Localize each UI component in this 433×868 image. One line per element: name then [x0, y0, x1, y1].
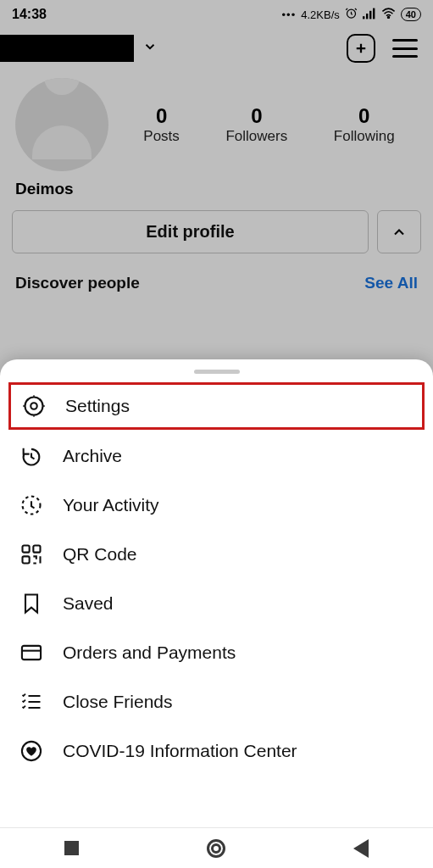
menu-item-saved[interactable]: Saved — [0, 579, 433, 628]
svg-rect-10 — [33, 546, 40, 553]
menu-label: Orders and Payments — [63, 643, 236, 663]
display-name: Deimos — [0, 176, 433, 210]
bookmark-icon — [19, 591, 44, 616]
menu-label: QR Code — [63, 544, 137, 565]
stat-posts[interactable]: 0 Posts — [143, 104, 180, 145]
create-post-button[interactable] — [347, 34, 375, 63]
menu-label: Close Friends — [63, 692, 173, 712]
battery-indicator: 40 — [401, 8, 421, 21]
svg-rect-12 — [22, 646, 41, 659]
username-redacted — [0, 35, 134, 62]
signal-icon — [363, 8, 376, 22]
alarm-icon — [345, 7, 358, 22]
menu-item-settings[interactable]: Settings — [8, 382, 425, 430]
see-all-link[interactable]: See All — [364, 274, 418, 292]
wifi-icon — [381, 8, 396, 21]
nav-recent-button[interactable] — [64, 841, 79, 855]
heart-circle-icon — [19, 738, 44, 764]
avatar[interactable] — [15, 78, 108, 171]
svg-rect-4 — [373, 8, 375, 19]
status-bar: 14:38 ••• 4.2KB/s 40 — [0, 0, 433, 29]
discover-people-label: Discover people — [15, 274, 140, 292]
svg-rect-9 — [23, 546, 30, 553]
menu-item-covid-info[interactable]: COVID-19 Information Center — [0, 726, 433, 776]
credit-card-icon — [19, 640, 44, 665]
bottom-sheet-menu: Settings Archive Your Activity — [0, 359, 433, 827]
svg-rect-2 — [366, 14, 368, 19]
archive-icon — [19, 443, 44, 469]
svg-point-5 — [387, 17, 389, 19]
menu-label: Archive — [63, 446, 122, 466]
menu-item-qr-code[interactable]: QR Code — [0, 530, 433, 579]
menu-item-your-activity[interactable]: Your Activity — [0, 481, 433, 530]
menu-button[interactable] — [392, 39, 418, 58]
menu-item-orders-payments[interactable]: Orders and Payments — [0, 628, 433, 677]
menu-item-archive[interactable]: Archive — [0, 431, 433, 481]
android-nav-bar — [0, 827, 433, 868]
svg-rect-1 — [363, 16, 364, 19]
status-time: 14:38 — [12, 7, 47, 22]
close-friends-icon — [19, 689, 44, 715]
stat-following[interactable]: 0 Following — [334, 104, 395, 145]
menu-item-close-friends[interactable]: Close Friends — [0, 677, 433, 726]
nav-home-button[interactable] — [207, 839, 225, 858]
svg-point-7 — [31, 403, 36, 409]
chevron-down-icon[interactable] — [142, 39, 158, 58]
edit-profile-button[interactable]: Edit profile — [12, 210, 369, 253]
expand-suggestions-button[interactable] — [377, 210, 421, 253]
svg-rect-11 — [23, 556, 30, 563]
qr-code-icon — [19, 542, 44, 567]
menu-label: Your Activity — [63, 495, 159, 515]
menu-label: COVID-19 Information Center — [63, 741, 297, 761]
status-net-speed: 4.2KB/s — [301, 8, 340, 21]
sheet-grab-handle[interactable] — [194, 370, 240, 374]
menu-label: Settings — [65, 396, 130, 416]
menu-label: Saved — [63, 593, 114, 614]
activity-icon — [19, 492, 44, 518]
nav-back-button[interactable] — [353, 839, 369, 858]
stat-followers[interactable]: 0 Followers — [225, 104, 287, 145]
svg-rect-3 — [369, 10, 371, 19]
gear-icon — [21, 393, 47, 419]
